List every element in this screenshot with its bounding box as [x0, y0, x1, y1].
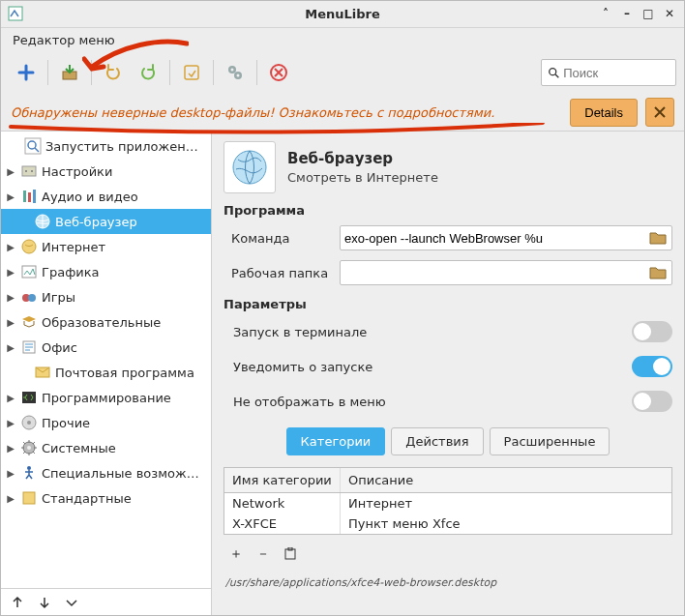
menu-editor[interactable]: Редактор меню	[9, 31, 119, 49]
svg-point-13	[31, 170, 33, 172]
main-area: Запустить приложен…▶Настройки▶Аудио и ви…	[1, 131, 684, 615]
launcher-title[interactable]: Веб-браузер	[287, 150, 438, 167]
internet-icon	[20, 238, 38, 255]
workdir-input-wrap[interactable]	[340, 260, 672, 285]
save-button[interactable]	[54, 57, 85, 88]
menubar: Редактор меню	[1, 28, 684, 51]
svg-point-6	[237, 74, 240, 77]
sidebar-item-1[interactable]: ▶Настройки	[1, 159, 211, 184]
sidebar-item-11[interactable]: ▶Прочие	[1, 410, 211, 435]
sidebar-item-12[interactable]: ▶Системные	[1, 435, 211, 460]
gears-icon	[225, 63, 245, 82]
cat-name: X-XFCE	[224, 513, 341, 534]
folder-icon[interactable]	[648, 263, 668, 282]
command-input-wrap[interactable]	[340, 225, 672, 250]
undo-button[interactable]	[98, 57, 129, 88]
command-input[interactable]	[344, 231, 648, 246]
delete-button[interactable]	[263, 57, 294, 88]
tree[interactable]: Запустить приложен…▶Настройки▶Аудио и ви…	[1, 132, 211, 588]
program-section-label: Программа	[223, 203, 672, 218]
sort-button[interactable]	[59, 592, 84, 613]
svg-rect-16	[33, 190, 36, 203]
add-button[interactable]	[11, 57, 42, 88]
sidebar-item-13[interactable]: ▶Специальные возмож…	[1, 460, 211, 485]
plus-icon	[16, 63, 36, 82]
search-icon	[24, 137, 42, 155]
table-row[interactable]: NetworkИнтернет	[224, 493, 671, 513]
search-icon	[548, 66, 559, 79]
launcher-icon[interactable]	[223, 141, 276, 193]
svg-rect-15	[28, 192, 31, 202]
sidebar-item-label: Офис	[42, 340, 77, 355]
folder-icon[interactable]	[648, 228, 668, 248]
revert-button[interactable]	[176, 57, 207, 88]
window-minimize-button[interactable]: –	[618, 5, 636, 22]
terminal-switch[interactable]	[632, 321, 672, 342]
app-icon	[7, 5, 24, 22]
svg-point-31	[233, 151, 266, 184]
window-up-button[interactable]: ˄	[597, 5, 614, 22]
search-input[interactable]	[563, 66, 670, 80]
tab-advanced[interactable]: Расширенные	[490, 427, 611, 455]
settings-icon	[20, 162, 38, 180]
redo-button[interactable]	[133, 57, 164, 88]
cat-clear-button[interactable]	[280, 544, 301, 564]
system-icon	[20, 439, 38, 456]
sidebar-item-10[interactable]: ▶Программирование	[1, 385, 211, 410]
chevron-right-icon: ▶	[5, 342, 16, 353]
sidebar-item-8[interactable]: ▶Офис	[1, 335, 211, 360]
cat-header-name[interactable]: Имя категории	[224, 468, 341, 492]
sidebar-item-4[interactable]: ▶Интернет	[1, 234, 211, 259]
svg-rect-14	[23, 191, 26, 202]
chevron-right-icon: ▶	[5, 418, 16, 428]
sidebar-item-6[interactable]: ▶Игры	[1, 284, 211, 309]
redo-icon	[138, 63, 158, 82]
cat-add-button[interactable]: ＋	[225, 544, 247, 564]
sidebar-item-label: Прочие	[42, 416, 90, 430]
launcher-subtitle[interactable]: Смотреть в Интернете	[287, 170, 438, 185]
sidebar-item-label: Веб-браузер	[55, 215, 137, 229]
window-title: MenuLibre	[305, 7, 380, 21]
sidebar-item-9[interactable]: Почтовая программа	[1, 360, 211, 385]
sidebar-item-3[interactable]: Веб-браузер	[1, 209, 211, 234]
chevron-right-icon: ▶	[5, 317, 16, 328]
notify-label: Уведомить о запуске	[233, 360, 632, 374]
chevron-right-icon: ▶	[5, 191, 16, 202]
cat-name: Network	[224, 493, 341, 513]
sidebar-item-label: Системные	[42, 441, 116, 455]
hide-switch[interactable]	[632, 391, 672, 412]
move-down-button[interactable]	[32, 592, 57, 613]
tab-categories[interactable]: Категории	[286, 427, 386, 455]
chevron-right-icon: ▶	[5, 166, 16, 177]
svg-point-26	[27, 421, 31, 425]
dev-icon	[20, 389, 38, 406]
cat-remove-button[interactable]: －	[253, 544, 274, 564]
alert-close-button[interactable]	[645, 98, 674, 127]
window-maximize-button[interactable]: □	[640, 5, 657, 22]
cat-desc: Пункт меню Xfce	[341, 513, 671, 534]
svg-rect-11	[22, 166, 36, 176]
execute-button[interactable]	[220, 57, 251, 88]
sidebar-item-label: Запустить приложен…	[45, 139, 198, 154]
office-icon	[20, 338, 38, 356]
notify-switch[interactable]	[632, 356, 672, 377]
svg-point-29	[27, 466, 31, 470]
move-up-button[interactable]	[5, 592, 30, 613]
window-close-button[interactable]: ✕	[661, 5, 678, 22]
sidebar-item-0[interactable]: Запустить приложен…	[1, 133, 211, 159]
chevron-right-icon: ▶	[5, 292, 16, 303]
cat-header-desc[interactable]: Описание	[341, 468, 671, 492]
details-button[interactable]: Details	[570, 99, 638, 127]
workdir-input[interactable]	[344, 266, 648, 280]
audio-icon	[20, 188, 38, 205]
command-label: Команда	[223, 231, 330, 246]
svg-point-21	[28, 294, 36, 302]
table-row[interactable]: X-XFCEПункт меню Xfce	[224, 513, 671, 534]
sidebar-item-2[interactable]: ▶Аудио и видео	[1, 184, 211, 209]
tab-actions[interactable]: Действия	[391, 427, 483, 455]
sidebar-item-14[interactable]: ▶Стандартные	[1, 485, 211, 511]
sidebar-item-5[interactable]: ▶Графика	[1, 259, 211, 284]
sidebar-item-7[interactable]: ▶Образовательные	[1, 309, 211, 335]
search-box[interactable]	[541, 59, 676, 86]
sidebar-item-label: Образовательные	[42, 315, 161, 330]
